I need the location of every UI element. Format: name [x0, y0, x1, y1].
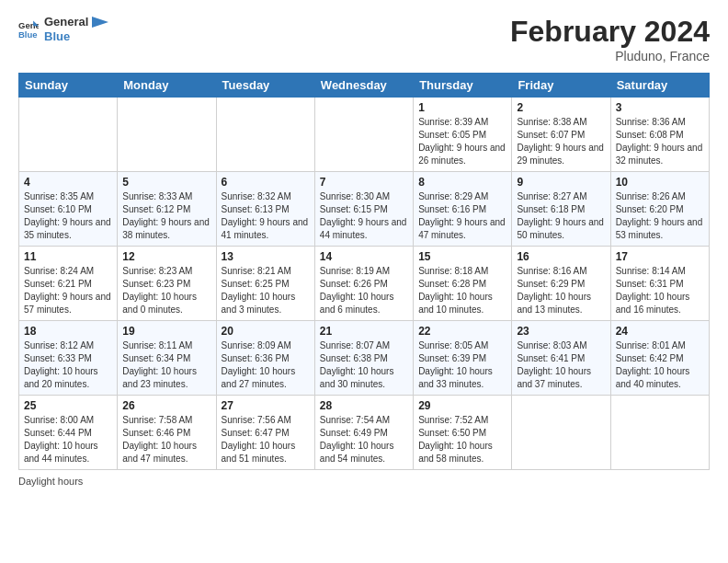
- calendar-cell: 9Sunrise: 8:27 AMSunset: 6:18 PMDaylight…: [512, 172, 610, 247]
- day-number: 2: [517, 101, 605, 114]
- day-info: Sunrise: 8:01 AMSunset: 6:42 PMDaylight:…: [616, 339, 704, 391]
- calendar-cell: 15Sunrise: 8:18 AMSunset: 6:28 PMDayligh…: [414, 247, 512, 321]
- logo-icon: General Blue: [18, 19, 39, 40]
- calendar-cell: 11Sunrise: 8:24 AMSunset: 6:21 PMDayligh…: [19, 247, 118, 321]
- day-number: 21: [320, 325, 408, 338]
- calendar-cell: 22Sunrise: 8:05 AMSunset: 6:39 PMDayligh…: [414, 321, 512, 396]
- header-day-thursday: Thursday: [414, 74, 512, 98]
- calendar-cell: [216, 98, 314, 172]
- calendar-cell: [19, 98, 118, 172]
- header-day-sunday: Sunday: [19, 74, 118, 98]
- calendar-cell: 27Sunrise: 7:56 AMSunset: 6:47 PMDayligh…: [216, 396, 314, 470]
- title-block: February 2024 Pluduno, France: [510, 15, 710, 63]
- calendar-cell: 16Sunrise: 8:16 AMSunset: 6:29 PMDayligh…: [512, 247, 610, 321]
- calendar-cell: 29Sunrise: 7:52 AMSunset: 6:50 PMDayligh…: [414, 396, 512, 470]
- day-number: 15: [418, 250, 506, 263]
- day-info: Sunrise: 8:00 AMSunset: 6:44 PMDaylight:…: [24, 414, 112, 465]
- day-info: Sunrise: 8:24 AMSunset: 6:21 PMDaylight:…: [24, 265, 112, 316]
- week-row-3: 11Sunrise: 8:24 AMSunset: 6:21 PMDayligh…: [19, 247, 710, 321]
- calendar-cell: 2Sunrise: 8:38 AMSunset: 6:07 PMDaylight…: [512, 98, 610, 172]
- header: General Blue General Blue February 2024 …: [18, 15, 710, 63]
- header-day-saturday: Saturday: [610, 74, 709, 98]
- calendar-cell: 5Sunrise: 8:33 AMSunset: 6:12 PMDaylight…: [118, 172, 216, 247]
- calendar-cell: 20Sunrise: 8:09 AMSunset: 6:36 PMDayligh…: [216, 321, 314, 396]
- day-number: 8: [418, 176, 506, 189]
- calendar-cell: 8Sunrise: 8:29 AMSunset: 6:16 PMDaylight…: [414, 172, 512, 247]
- day-number: 18: [24, 325, 112, 338]
- logo: General Blue General Blue: [18, 15, 108, 43]
- calendar-cell: 14Sunrise: 8:19 AMSunset: 6:26 PMDayligh…: [314, 247, 413, 321]
- calendar-cell: 17Sunrise: 8:14 AMSunset: 6:31 PMDayligh…: [610, 247, 709, 321]
- logo-flag-icon: [92, 17, 108, 33]
- day-number: 4: [24, 176, 112, 189]
- calendar-page: General Blue General Blue February 2024 …: [0, 0, 728, 563]
- week-row-2: 4Sunrise: 8:35 AMSunset: 6:10 PMDaylight…: [19, 172, 710, 247]
- calendar-cell: [314, 98, 413, 172]
- day-info: Sunrise: 7:56 AMSunset: 6:47 PMDaylight:…: [222, 414, 310, 465]
- day-number: 10: [616, 176, 704, 189]
- day-info: Sunrise: 8:23 AMSunset: 6:23 PMDaylight:…: [122, 265, 210, 316]
- day-number: 5: [122, 176, 210, 189]
- calendar-cell: 21Sunrise: 8:07 AMSunset: 6:38 PMDayligh…: [314, 321, 413, 396]
- day-number: 25: [24, 399, 112, 412]
- calendar-subtitle: Pluduno, France: [510, 49, 710, 63]
- day-info: Sunrise: 8:29 AMSunset: 6:16 PMDaylight:…: [418, 190, 506, 242]
- day-info: Sunrise: 8:30 AMSunset: 6:15 PMDaylight:…: [320, 190, 408, 242]
- day-info: Sunrise: 8:35 AMSunset: 6:10 PMDaylight:…: [24, 190, 112, 242]
- calendar-cell: [610, 396, 709, 470]
- day-number: 16: [517, 250, 605, 263]
- day-info: Sunrise: 8:32 AMSunset: 6:13 PMDaylight:…: [222, 190, 310, 242]
- day-info: Sunrise: 8:12 AMSunset: 6:33 PMDaylight:…: [24, 339, 112, 391]
- day-number: 12: [122, 250, 210, 263]
- week-row-1: 1Sunrise: 8:39 AMSunset: 6:05 PMDaylight…: [19, 98, 710, 172]
- week-row-5: 25Sunrise: 8:00 AMSunset: 6:44 PMDayligh…: [19, 396, 710, 470]
- day-number: 23: [517, 325, 605, 338]
- calendar-cell: 18Sunrise: 8:12 AMSunset: 6:33 PMDayligh…: [19, 321, 118, 396]
- day-info: Sunrise: 8:07 AMSunset: 6:38 PMDaylight:…: [320, 339, 408, 391]
- day-info: Sunrise: 8:33 AMSunset: 6:12 PMDaylight:…: [122, 190, 210, 242]
- day-number: 11: [24, 250, 112, 263]
- calendar-table: SundayMondayTuesdayWednesdayThursdayFrid…: [18, 73, 710, 470]
- logo-general: General: [44, 15, 88, 29]
- day-info: Sunrise: 8:14 AMSunset: 6:31 PMDaylight:…: [616, 265, 704, 316]
- day-info: Sunrise: 7:52 AMSunset: 6:50 PMDaylight:…: [418, 414, 506, 465]
- day-number: 28: [320, 399, 408, 412]
- day-number: 6: [222, 176, 310, 189]
- day-number: 29: [418, 399, 506, 412]
- day-info: Sunrise: 8:39 AMSunset: 6:05 PMDaylight:…: [418, 116, 506, 167]
- day-info: Sunrise: 8:21 AMSunset: 6:25 PMDaylight:…: [222, 265, 310, 316]
- svg-text:Blue: Blue: [18, 29, 38, 39]
- calendar-cell: [118, 98, 216, 172]
- day-info: Sunrise: 8:38 AMSunset: 6:07 PMDaylight:…: [517, 116, 605, 167]
- day-info: Sunrise: 7:58 AMSunset: 6:46 PMDaylight:…: [122, 414, 210, 465]
- day-info: Sunrise: 8:05 AMSunset: 6:39 PMDaylight:…: [418, 339, 506, 391]
- day-info: Sunrise: 8:26 AMSunset: 6:20 PMDaylight:…: [616, 190, 704, 242]
- calendar-cell: 26Sunrise: 7:58 AMSunset: 6:46 PMDayligh…: [118, 396, 216, 470]
- day-number: 19: [122, 325, 210, 338]
- day-number: 17: [616, 250, 704, 263]
- day-info: Sunrise: 8:11 AMSunset: 6:34 PMDaylight:…: [122, 339, 210, 391]
- header-day-tuesday: Tuesday: [216, 74, 314, 98]
- header-day-wednesday: Wednesday: [314, 74, 413, 98]
- calendar-cell: 25Sunrise: 8:00 AMSunset: 6:44 PMDayligh…: [19, 396, 118, 470]
- calendar-cell: 1Sunrise: 8:39 AMSunset: 6:05 PMDaylight…: [414, 98, 512, 172]
- day-number: 26: [122, 399, 210, 412]
- footer: Daylight hours: [18, 476, 710, 487]
- day-info: Sunrise: 7:54 AMSunset: 6:49 PMDaylight:…: [320, 414, 408, 465]
- calendar-cell: 23Sunrise: 8:03 AMSunset: 6:41 PMDayligh…: [512, 321, 610, 396]
- calendar-cell: 19Sunrise: 8:11 AMSunset: 6:34 PMDayligh…: [118, 321, 216, 396]
- day-number: 14: [320, 250, 408, 263]
- calendar-title: February 2024: [510, 15, 710, 49]
- header-day-monday: Monday: [118, 74, 216, 98]
- day-info: Sunrise: 8:16 AMSunset: 6:29 PMDaylight:…: [517, 265, 605, 316]
- calendar-cell: 24Sunrise: 8:01 AMSunset: 6:42 PMDayligh…: [610, 321, 709, 396]
- day-number: 7: [320, 176, 408, 189]
- calendar-cell: [512, 396, 610, 470]
- calendar-cell: 3Sunrise: 8:36 AMSunset: 6:08 PMDaylight…: [610, 98, 709, 172]
- header-day-friday: Friday: [512, 74, 610, 98]
- calendar-cell: 12Sunrise: 8:23 AMSunset: 6:23 PMDayligh…: [118, 247, 216, 321]
- day-info: Sunrise: 8:19 AMSunset: 6:26 PMDaylight:…: [320, 265, 408, 316]
- day-number: 22: [418, 325, 506, 338]
- day-number: 27: [222, 399, 310, 412]
- day-info: Sunrise: 8:36 AMSunset: 6:08 PMDaylight:…: [616, 116, 704, 167]
